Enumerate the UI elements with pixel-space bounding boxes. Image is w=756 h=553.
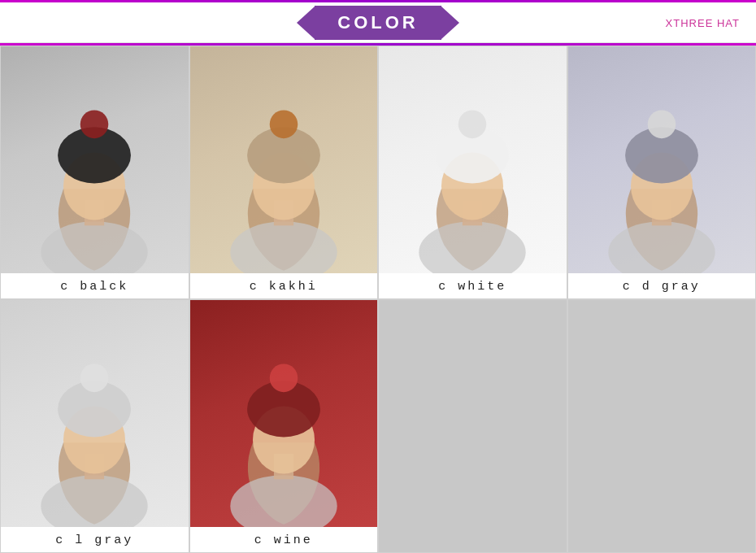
svg-point-19 — [647, 110, 676, 138]
hat-image-white — [379, 46, 567, 273]
svg-point-20 — [41, 475, 148, 527]
hat-image-empty2 — [568, 300, 756, 552]
hat-label-lgray: c l gray — [55, 527, 133, 552]
svg-point-29 — [269, 364, 298, 392]
grid-item-empty2[interactable] — [567, 299, 757, 553]
hat-image-empty1 — [379, 300, 567, 552]
title-wrapper: COLOR — [297, 6, 458, 40]
color-title: COLOR — [315, 6, 441, 40]
arrow-left-icon — [297, 7, 315, 39]
hat-label-white: c white — [438, 273, 506, 298]
color-grid: c balckc kakhic whitec d grayc l grayc w… — [0, 46, 756, 553]
page-wrapper: COLOR XTHREE HAT c balckc kakhic whitec … — [0, 0, 756, 553]
hat-image-kakhi — [190, 46, 378, 273]
grid-item-black[interactable]: c balck — [0, 46, 189, 299]
hat-image-wine — [190, 300, 378, 527]
header: COLOR XTHREE HAT — [0, 2, 756, 43]
arrow-right-icon — [441, 7, 459, 39]
hat-image-dgray — [568, 46, 756, 273]
grid-item-white[interactable]: c white — [378, 46, 567, 299]
grid-item-dgray[interactable]: c d gray — [567, 46, 757, 299]
svg-point-14 — [458, 110, 487, 138]
hat-label-kakhi: c kakhi — [250, 273, 318, 298]
grid-item-empty1[interactable] — [378, 299, 567, 553]
hat-label-black: c balck — [60, 273, 128, 298]
svg-point-10 — [419, 221, 526, 273]
brand-label: XTHREE HAT — [666, 16, 740, 28]
svg-point-0 — [41, 221, 148, 273]
grid-item-wine[interactable]: c wine — [189, 299, 379, 553]
svg-point-4 — [80, 110, 109, 138]
svg-point-25 — [230, 475, 337, 527]
svg-point-5 — [230, 221, 337, 273]
svg-point-24 — [80, 364, 109, 392]
hat-image-black — [1, 46, 189, 273]
hat-image-lgray — [1, 300, 189, 527]
hat-label-wine: c wine — [254, 527, 313, 552]
grid-item-kakhi[interactable]: c kakhi — [189, 46, 379, 299]
grid-item-lgray[interactable]: c l gray — [0, 299, 189, 553]
hat-label-dgray: c d gray — [623, 273, 701, 298]
svg-point-9 — [269, 110, 298, 138]
svg-point-15 — [608, 221, 715, 273]
